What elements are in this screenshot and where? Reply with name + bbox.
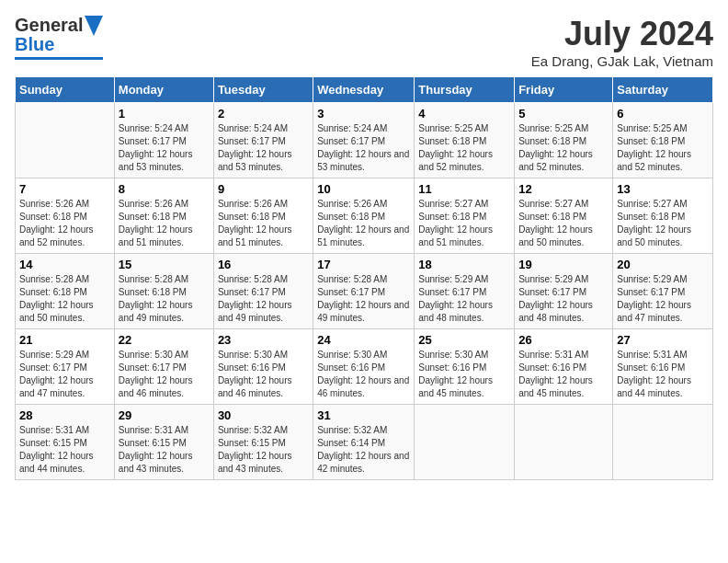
day-info: Sunrise: 5:27 AMSunset: 6:18 PMDaylight:… — [518, 198, 609, 249]
day-info: Sunrise: 5:29 AMSunset: 6:17 PMDaylight:… — [418, 273, 510, 325]
day-info: Sunrise: 5:26 AMSunset: 6:18 PMDaylight:… — [19, 198, 110, 249]
calendar-cell — [515, 405, 613, 480]
page-header: General Blue July 2024 Ea Drang, GJak La… — [15, 15, 713, 69]
calendar-table: Sunday Monday Tuesday Wednesday Thursday… — [15, 76, 713, 480]
day-number: 4 — [418, 107, 510, 121]
calendar-cell: 13Sunrise: 5:27 AMSunset: 6:18 PMDayligh… — [613, 178, 713, 254]
day-info: Sunrise: 5:27 AMSunset: 6:18 PMDaylight:… — [418, 198, 510, 249]
day-number: 15 — [119, 258, 210, 271]
day-number: 23 — [218, 333, 309, 347]
day-number: 21 — [19, 333, 110, 347]
col-sunday: Sunday — [16, 77, 115, 103]
day-info: Sunrise: 5:24 AMSunset: 6:17 PMDaylight:… — [119, 122, 210, 174]
day-number: 12 — [518, 182, 609, 196]
day-info: Sunrise: 5:31 AMSunset: 6:15 PMDaylight:… — [19, 424, 110, 476]
day-number: 20 — [617, 258, 709, 271]
calendar-week-row: 7Sunrise: 5:26 AMSunset: 6:18 PMDaylight… — [16, 178, 713, 254]
logo-line — [15, 57, 103, 60]
day-info: Sunrise: 5:30 AMSunset: 6:16 PMDaylight:… — [317, 349, 410, 400]
calendar-week-row: 28Sunrise: 5:31 AMSunset: 6:15 PMDayligh… — [16, 405, 713, 480]
day-number: 6 — [617, 107, 709, 121]
col-wednesday: Wednesday — [313, 77, 415, 103]
calendar-header-row: Sunday Monday Tuesday Wednesday Thursday… — [16, 77, 713, 103]
calendar-cell: 23Sunrise: 5:30 AMSunset: 6:16 PMDayligh… — [213, 329, 313, 405]
calendar-cell — [16, 103, 115, 178]
calendar-cell: 12Sunrise: 5:27 AMSunset: 6:18 PMDayligh… — [515, 178, 613, 254]
day-number: 31 — [317, 408, 410, 422]
logo-blue: Blue — [15, 34, 54, 55]
day-info: Sunrise: 5:24 AMSunset: 6:17 PMDaylight:… — [218, 122, 309, 174]
day-info: Sunrise: 5:29 AMSunset: 6:17 PMDaylight:… — [518, 273, 609, 325]
calendar-cell: 3Sunrise: 5:24 AMSunset: 6:17 PMDaylight… — [313, 103, 415, 178]
calendar-cell: 8Sunrise: 5:26 AMSunset: 6:18 PMDaylight… — [114, 178, 213, 254]
day-info: Sunrise: 5:28 AMSunset: 6:17 PMDaylight:… — [317, 273, 410, 325]
calendar-cell: 4Sunrise: 5:25 AMSunset: 6:18 PMDaylight… — [415, 103, 515, 178]
day-number: 22 — [119, 333, 210, 347]
day-number: 28 — [19, 408, 110, 422]
col-thursday: Thursday — [415, 77, 515, 103]
day-number: 10 — [317, 182, 410, 196]
day-number: 11 — [418, 182, 510, 196]
day-info: Sunrise: 5:31 AMSunset: 6:16 PMDaylight:… — [518, 349, 609, 400]
calendar-cell: 20Sunrise: 5:29 AMSunset: 6:17 PMDayligh… — [613, 254, 713, 329]
logo-arrow-icon — [85, 16, 103, 36]
calendar-cell: 10Sunrise: 5:26 AMSunset: 6:18 PMDayligh… — [313, 178, 415, 254]
day-info: Sunrise: 5:24 AMSunset: 6:17 PMDaylight:… — [317, 122, 410, 174]
day-info: Sunrise: 5:29 AMSunset: 6:17 PMDaylight:… — [19, 349, 110, 400]
day-number: 1 — [119, 107, 210, 121]
calendar-week-row: 14Sunrise: 5:28 AMSunset: 6:18 PMDayligh… — [16, 254, 713, 329]
day-info: Sunrise: 5:25 AMSunset: 6:18 PMDaylight:… — [518, 122, 609, 174]
svg-marker-0 — [85, 16, 103, 36]
day-number: 7 — [19, 182, 110, 196]
calendar-cell: 16Sunrise: 5:28 AMSunset: 6:17 PMDayligh… — [213, 254, 313, 329]
calendar-cell: 22Sunrise: 5:30 AMSunset: 6:17 PMDayligh… — [114, 329, 213, 405]
day-number: 13 — [617, 182, 709, 196]
location: Ea Drang, GJak Lak, Vietnam — [531, 53, 713, 69]
day-number: 16 — [218, 258, 309, 271]
col-friday: Friday — [515, 77, 613, 103]
calendar-cell: 27Sunrise: 5:31 AMSunset: 6:16 PMDayligh… — [613, 329, 713, 405]
day-number: 26 — [518, 333, 609, 347]
calendar-cell: 1Sunrise: 5:24 AMSunset: 6:17 PMDaylight… — [114, 103, 213, 178]
day-number: 24 — [317, 333, 410, 347]
day-info: Sunrise: 5:31 AMSunset: 6:15 PMDaylight:… — [119, 424, 210, 476]
day-number: 18 — [418, 258, 510, 271]
day-info: Sunrise: 5:30 AMSunset: 6:17 PMDaylight:… — [119, 349, 210, 400]
logo-general: General — [15, 15, 83, 36]
calendar-cell: 21Sunrise: 5:29 AMSunset: 6:17 PMDayligh… — [16, 329, 115, 405]
col-saturday: Saturday — [613, 77, 713, 103]
day-info: Sunrise: 5:28 AMSunset: 6:18 PMDaylight:… — [19, 273, 110, 325]
day-info: Sunrise: 5:27 AMSunset: 6:18 PMDaylight:… — [617, 198, 709, 249]
day-number: 29 — [119, 408, 210, 422]
day-number: 27 — [617, 333, 709, 347]
day-info: Sunrise: 5:28 AMSunset: 6:17 PMDaylight:… — [218, 273, 309, 325]
day-info: Sunrise: 5:28 AMSunset: 6:18 PMDaylight:… — [119, 273, 210, 325]
col-tuesday: Tuesday — [213, 77, 313, 103]
day-number: 8 — [119, 182, 210, 196]
calendar-cell: 31Sunrise: 5:32 AMSunset: 6:14 PMDayligh… — [313, 405, 415, 480]
day-info: Sunrise: 5:29 AMSunset: 6:17 PMDaylight:… — [617, 273, 709, 325]
day-number: 25 — [418, 333, 510, 347]
calendar-week-row: 21Sunrise: 5:29 AMSunset: 6:17 PMDayligh… — [16, 329, 713, 405]
calendar-cell: 29Sunrise: 5:31 AMSunset: 6:15 PMDayligh… — [114, 405, 213, 480]
day-info: Sunrise: 5:25 AMSunset: 6:18 PMDaylight:… — [418, 122, 510, 174]
calendar-week-row: 1Sunrise: 5:24 AMSunset: 6:17 PMDaylight… — [16, 103, 713, 178]
calendar-cell: 14Sunrise: 5:28 AMSunset: 6:18 PMDayligh… — [16, 254, 115, 329]
calendar-cell: 25Sunrise: 5:30 AMSunset: 6:16 PMDayligh… — [415, 329, 515, 405]
calendar-cell: 5Sunrise: 5:25 AMSunset: 6:18 PMDaylight… — [515, 103, 613, 178]
calendar-cell: 17Sunrise: 5:28 AMSunset: 6:17 PMDayligh… — [313, 254, 415, 329]
day-info: Sunrise: 5:31 AMSunset: 6:16 PMDaylight:… — [617, 349, 709, 400]
day-number: 2 — [218, 107, 309, 121]
calendar-cell: 15Sunrise: 5:28 AMSunset: 6:18 PMDayligh… — [114, 254, 213, 329]
day-info: Sunrise: 5:32 AMSunset: 6:15 PMDaylight:… — [218, 424, 309, 476]
day-number: 30 — [218, 408, 309, 422]
calendar-cell: 30Sunrise: 5:32 AMSunset: 6:15 PMDayligh… — [213, 405, 313, 480]
logo: General Blue — [15, 15, 103, 60]
day-number: 5 — [518, 107, 609, 121]
calendar-cell: 2Sunrise: 5:24 AMSunset: 6:17 PMDaylight… — [213, 103, 313, 178]
day-info: Sunrise: 5:32 AMSunset: 6:14 PMDaylight:… — [317, 424, 410, 476]
calendar-cell — [415, 405, 515, 480]
day-info: Sunrise: 5:30 AMSunset: 6:16 PMDaylight:… — [218, 349, 309, 400]
calendar-cell: 11Sunrise: 5:27 AMSunset: 6:18 PMDayligh… — [415, 178, 515, 254]
calendar-cell: 18Sunrise: 5:29 AMSunset: 6:17 PMDayligh… — [415, 254, 515, 329]
